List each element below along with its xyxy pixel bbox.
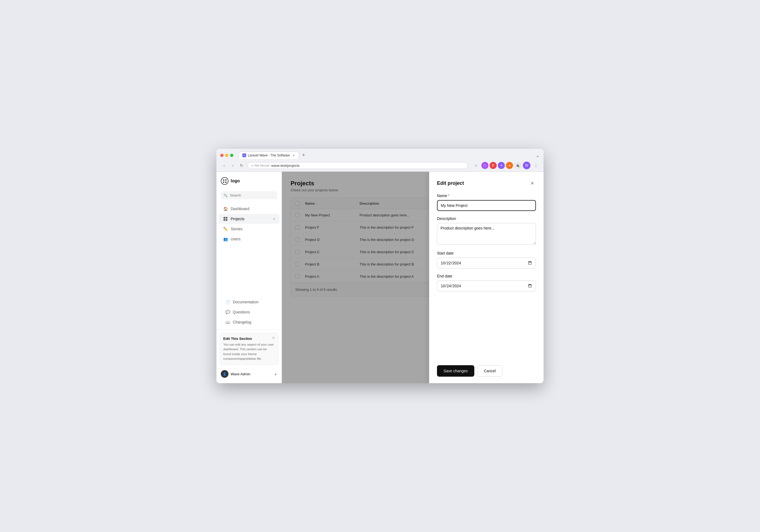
close-button[interactable]: [220, 154, 223, 157]
user-name: Wave Admin: [231, 372, 251, 376]
browser-window: W Laravel Wave - The Software ✕ + ⌄ ‹ › …: [216, 149, 544, 383]
search-input[interactable]: [230, 193, 276, 197]
ext-icon-4[interactable]: ●: [506, 162, 513, 169]
minimize-button[interactable]: [225, 154, 228, 157]
edit-section-close-button[interactable]: ✕: [271, 335, 276, 340]
description-form-group: Description Product description goes her…: [437, 216, 536, 245]
panel-close-button[interactable]: ✕: [528, 179, 536, 187]
app-container: logo 🔍 🏠 Dashboard: [216, 172, 544, 383]
secure-label: Not Secure: [255, 164, 269, 167]
traffic-lights: [220, 154, 233, 157]
name-label: Name *: [437, 194, 536, 198]
logo-dot: [223, 179, 224, 181]
bookmark-button[interactable]: ☆: [472, 161, 480, 169]
save-changes-button[interactable]: Save changes: [437, 365, 474, 377]
logo-icon: [221, 177, 228, 185]
start-date-label: Start date: [437, 251, 536, 255]
start-date-form-group: Start date: [437, 251, 536, 268]
sidebar-search: 🔍: [216, 189, 282, 201]
ext-icon-2[interactable]: F: [490, 162, 497, 169]
users-icon: 👥: [223, 237, 228, 242]
sidebar-item-users[interactable]: 👥 Users: [218, 234, 279, 244]
edit-panel: Edit project ✕ Name * Description Produc…: [429, 172, 544, 383]
cancel-button[interactable]: Cancel: [477, 365, 503, 377]
active-tab[interactable]: W Laravel Wave - The Software ✕: [239, 152, 299, 159]
panel-header: Edit project ✕: [437, 179, 536, 187]
sidebar-item-questions[interactable]: 💬 Questions: [221, 307, 277, 317]
search-icon: 🔍: [223, 194, 228, 197]
browser-actions: ☆ ⬡ F ✳ ● 🔌 W ⋮: [472, 161, 540, 169]
sidebar-item-label: Questions: [233, 310, 250, 314]
start-date-input[interactable]: [437, 257, 536, 268]
end-date-input[interactable]: [437, 281, 536, 291]
sidebar-item-label: Changelog: [233, 320, 251, 324]
sidebar-item-label: Dashboard: [231, 206, 250, 211]
avatar-icon: 👤: [223, 372, 226, 376]
questions-icon: 💬: [225, 310, 230, 315]
edit-section-text: You can edit any aspect of your user das…: [223, 342, 275, 361]
svg-rect-2: [223, 219, 225, 221]
end-date-form-group: End date: [437, 274, 536, 291]
sidebar-item-stories[interactable]: ✏️ Stories: [218, 224, 279, 234]
chevron-down-icon: ▾: [273, 217, 275, 221]
sidebar-item-label: Documentation: [233, 300, 259, 304]
stories-icon: ✏️: [223, 227, 228, 231]
project-description-input[interactable]: Product description goes here...: [437, 223, 536, 245]
svg-rect-0: [223, 217, 225, 219]
sidebar-item-label: Users: [231, 237, 241, 241]
tab-title: Laravel Wave - The Software: [248, 154, 290, 157]
new-tab-button[interactable]: +: [300, 152, 307, 159]
sidebar-nav: 🏠 Dashboard Projects ▾: [216, 201, 282, 251]
tab-favicon: W: [242, 154, 246, 157]
projects-icon: [223, 216, 228, 221]
window-controls[interactable]: ⌄: [536, 152, 540, 158]
svg-rect-1: [226, 217, 227, 219]
secure-badge: ⚠ Not Secure: [251, 164, 269, 167]
logo-dots: [222, 178, 228, 184]
panel-title: Edit project: [437, 180, 464, 186]
project-name-input[interactable]: [437, 200, 536, 211]
required-star: *: [448, 194, 449, 198]
svg-rect-3: [226, 219, 227, 221]
name-form-group: Name *: [437, 194, 536, 211]
logo-dot: [225, 182, 226, 183]
chevron-up-icon: ▲: [274, 372, 277, 376]
sidebar: logo 🔍 🏠 Dashboard: [216, 172, 282, 383]
dashboard-icon: 🏠: [223, 206, 228, 211]
tab-close-button[interactable]: ✕: [292, 154, 296, 157]
back-button[interactable]: ‹: [220, 161, 228, 169]
logo-dot: [223, 182, 224, 183]
sidebar-item-projects[interactable]: Projects ▾: [218, 214, 279, 224]
description-label: Description: [437, 216, 536, 221]
sidebar-item-label: Stories: [231, 227, 243, 231]
documentation-icon: 📄: [225, 299, 230, 304]
maximize-button[interactable]: [230, 154, 233, 157]
changelog-icon: 📖: [225, 320, 230, 325]
reload-button[interactable]: ↻: [238, 161, 245, 169]
profile-button[interactable]: W: [523, 161, 531, 169]
sidebar-item-dashboard[interactable]: 🏠 Dashboard: [218, 204, 279, 214]
address-bar[interactable]: ⚠ Not Secure wave.test/projects: [248, 162, 468, 169]
edit-section-title: Edit This Section: [223, 336, 275, 341]
edit-section-box: Edit This Section You can edit any aspec…: [220, 333, 278, 365]
tab-bar: W Laravel Wave - The Software ✕ +: [239, 152, 533, 159]
sidebar-item-changelog[interactable]: 📖 Changelog: [221, 317, 277, 327]
logo-dot: [225, 179, 226, 181]
browser-chrome: W Laravel Wave - The Software ✕ + ⌄ ‹ › …: [216, 149, 544, 172]
sidebar-item-documentation[interactable]: 📄 Documentation: [221, 297, 277, 307]
sidebar-bottom: Edit This Section You can edit any aspec…: [216, 330, 282, 383]
ext-icon-1[interactable]: ⬡: [481, 162, 489, 169]
logo-text: logo: [231, 179, 240, 183]
ext-icon-3[interactable]: ✳: [498, 162, 505, 169]
sidebar-item-label: Projects: [231, 217, 245, 221]
panel-footer: Save changes Cancel: [437, 360, 536, 377]
extension-icons: ⬡ F ✳ ● 🔌: [481, 162, 521, 169]
user-info: 👤 Wave Admin: [221, 370, 251, 378]
warning-icon: ⚠: [251, 164, 254, 167]
sidebar-logo: logo: [216, 172, 282, 189]
forward-button[interactable]: ›: [229, 161, 237, 169]
search-wrapper[interactable]: 🔍: [221, 191, 277, 199]
menu-button[interactable]: ⋮: [532, 161, 540, 169]
ext-icon-5[interactable]: 🔌: [514, 162, 521, 169]
sidebar-user[interactable]: 👤 Wave Admin ▲: [220, 368, 278, 380]
